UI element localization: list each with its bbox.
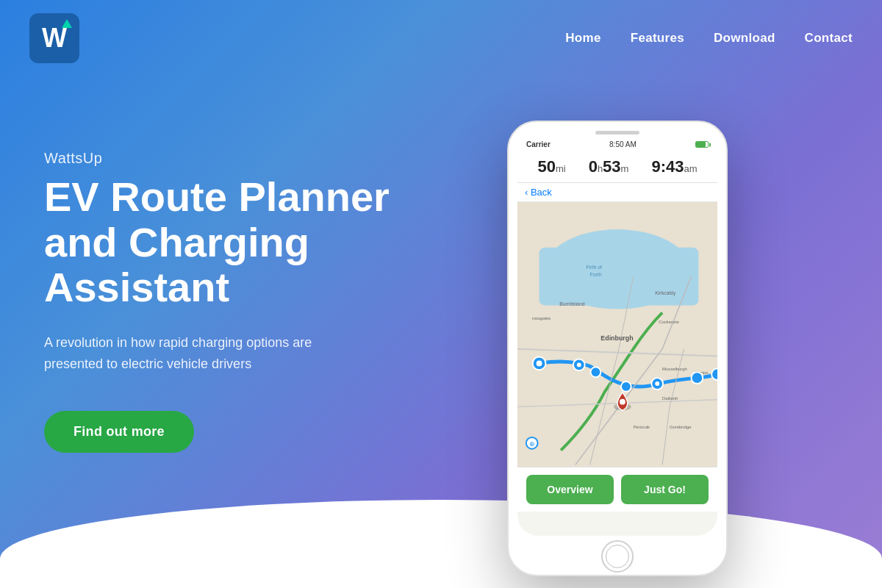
duration-stat: 0h53m — [589, 157, 629, 176]
status-icons — [695, 141, 709, 148]
time-display: 8:50 AM — [609, 140, 637, 148]
svg-text:Dalkeith: Dalkeith — [662, 396, 678, 401]
svg-point-22 — [655, 381, 659, 386]
svg-point-24 — [711, 368, 717, 380]
logo-arrow-icon — [62, 19, 72, 28]
svg-text:Burntisland: Burntisland — [559, 301, 585, 306]
nav-features[interactable]: Features — [631, 31, 684, 46]
just-go-button[interactable]: Just Go! — [621, 475, 709, 504]
find-out-more-button[interactable]: Find out more — [44, 411, 194, 453]
svg-text:Gorebridge: Gorebridge — [670, 425, 692, 429]
svg-point-16 — [537, 360, 542, 366]
phone-mockup: Carrier 8:50 AM 50mi 0h53m 9:43am — [507, 121, 728, 576]
carrier-label: Carrier — [526, 140, 551, 148]
arrival-stat: 9:43am — [651, 157, 697, 176]
svg-text:Edinburgh: Edinburgh — [600, 334, 633, 342]
svg-text:Penicuik: Penicuik — [634, 425, 650, 429]
logo[interactable]: W — [29, 13, 79, 63]
phone-speaker-area — [517, 131, 717, 135]
trip-info-bar: 50mi 0h53m 9:43am — [517, 151, 717, 183]
distance-unit: mi — [556, 163, 566, 174]
phone-speaker — [595, 131, 639, 135]
phone-home-button[interactable] — [601, 540, 634, 573]
duration-hours: 0 — [589, 157, 598, 176]
svg-text:Musselburgh: Musselburgh — [662, 367, 687, 371]
svg-point-26 — [620, 399, 625, 405]
app-name: WattsUp — [44, 150, 397, 167]
duration-mins: 53 — [603, 157, 620, 176]
phone-action-buttons: Overview Just Go! — [517, 467, 717, 512]
svg-text:rossgates: rossgates — [532, 316, 551, 320]
phone-home-inner — [606, 545, 629, 568]
map-svg: Edinburgh Burntisland Kirkcaldy rossgate… — [517, 202, 717, 467]
back-button[interactable]: ‹ Back — [525, 187, 552, 198]
map-view[interactable]: Edinburgh Burntisland Kirkcaldy rossgate… — [517, 202, 717, 467]
main-nav: Home Features Download Contact — [565, 31, 853, 46]
svg-point-20 — [621, 381, 631, 392]
phone-screen: Carrier 8:50 AM 50mi 0h53m 9:43am — [517, 137, 717, 536]
nav-contact[interactable]: Contact — [805, 31, 853, 46]
nav-home[interactable]: Home — [565, 31, 600, 46]
battery-icon — [695, 141, 709, 148]
phone-status-bar: Carrier 8:50 AM — [517, 137, 717, 151]
distance-stat: 50mi — [537, 157, 565, 176]
hero-description: A revolution in how rapid charging optio… — [44, 332, 323, 375]
svg-text:Firth of: Firth of — [587, 265, 602, 270]
svg-text:⊕: ⊕ — [529, 440, 535, 448]
svg-text:Kirkcaldy: Kirkcaldy — [655, 290, 675, 296]
hero-headline: EV Route Planner and Charging Assistant — [44, 174, 397, 310]
svg-rect-2 — [539, 248, 699, 306]
logo-letter: W — [42, 25, 67, 51]
arrival-time: 9:43 — [651, 157, 684, 176]
header: W Home Features Download Contact — [0, 0, 882, 76]
hero-right: Carrier 8:50 AM 50mi 0h53m 9:43am — [397, 106, 838, 576]
svg-text:Forth: Forth — [590, 272, 602, 277]
nav-download[interactable]: Download — [714, 31, 775, 46]
main-content: WattsUp EV Route Planner and Charging As… — [0, 76, 882, 588]
arrival-ampm: am — [684, 163, 697, 174]
svg-point-19 — [591, 367, 601, 377]
back-bar: ‹ Back — [517, 183, 717, 202]
duration-m-unit: m — [621, 163, 629, 174]
svg-text:Cockenzie: Cockenzie — [659, 320, 679, 324]
overview-button[interactable]: Overview — [526, 475, 614, 504]
hero-left: WattsUp EV Route Planner and Charging As… — [44, 106, 397, 453]
svg-point-23 — [692, 372, 703, 384]
svg-point-18 — [577, 362, 581, 367]
distance-value: 50 — [537, 157, 555, 176]
